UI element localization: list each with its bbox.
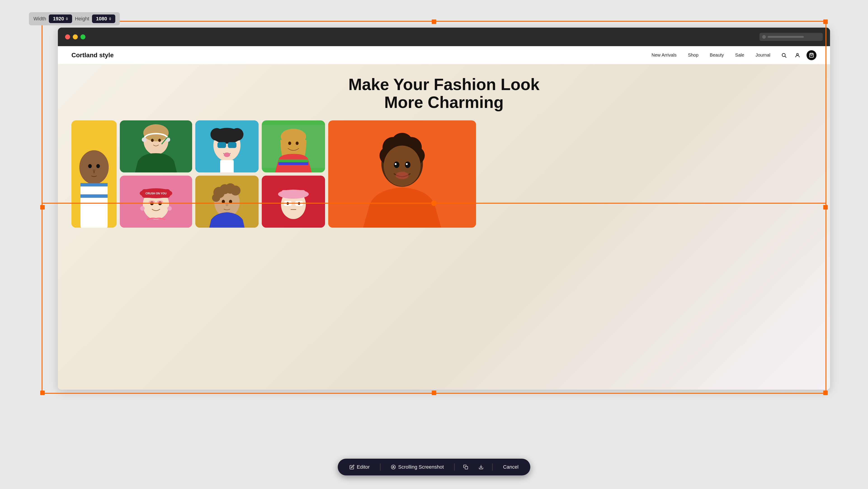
editor-button[interactable]: Editor	[346, 462, 373, 472]
svg-point-82	[406, 163, 408, 165]
copy-button[interactable]	[461, 463, 470, 471]
svg-point-26	[213, 128, 241, 144]
nav-link-new-arrivals[interactable]: New Arrivals	[651, 53, 677, 58]
editor-icon	[349, 465, 354, 469]
browser-window: Cortland style New Arrivals Shop Beauty …	[58, 28, 830, 390]
svg-rect-37	[278, 160, 308, 162]
svg-point-48	[149, 200, 155, 203]
svg-rect-8	[81, 189, 107, 192]
svg-point-68	[298, 202, 300, 205]
minimize-button[interactable]	[73, 34, 78, 39]
nav-link-sale[interactable]: Sale	[735, 53, 744, 58]
svg-point-16	[151, 139, 154, 142]
website-content: Cortland style New Arrivals Shop Beauty …	[58, 46, 830, 390]
height-down-arrow[interactable]	[109, 19, 111, 20]
traffic-lights	[65, 34, 86, 39]
height-input[interactable]: 1080	[92, 15, 115, 23]
selection-center-dot[interactable]	[431, 200, 437, 206]
svg-rect-38	[278, 162, 308, 165]
bottom-toolbar: Editor Scrolling Screenshot Cancel	[338, 459, 530, 476]
search-button[interactable]	[779, 51, 788, 60]
close-button[interactable]	[65, 34, 70, 39]
svg-point-45	[167, 206, 172, 211]
svg-point-11	[88, 164, 92, 168]
hero-title: Make Your Fashion Look More Charming	[71, 76, 816, 111]
address-bar[interactable]	[760, 33, 823, 41]
nav-icons	[779, 50, 816, 60]
svg-point-81	[395, 163, 397, 165]
svg-point-56	[212, 194, 220, 202]
download-icon	[478, 465, 484, 469]
cart-button[interactable]	[807, 50, 816, 60]
nav-link-shop[interactable]: Shop	[688, 53, 699, 58]
svg-point-36	[296, 142, 299, 145]
navigation: Cortland style New Arrivals Shop Beauty …	[58, 46, 830, 64]
svg-point-80	[405, 162, 410, 168]
site-logo[interactable]: Cortland style	[71, 52, 114, 59]
svg-point-49	[157, 200, 163, 203]
toolbar-divider-1	[380, 463, 381, 471]
photo-card-blue-sunglasses	[195, 120, 258, 172]
svg-point-58	[229, 200, 232, 203]
svg-rect-27	[217, 142, 226, 148]
photo-card-crush: CRUSH ON YOU	[120, 176, 192, 228]
toolbar-divider-2	[454, 463, 455, 471]
photo-grid: CRUSH ON YOU	[71, 120, 816, 228]
photo-card-yellow-man	[71, 120, 117, 228]
svg-point-2	[797, 53, 798, 55]
svg-point-18	[142, 137, 146, 142]
svg-line-1	[785, 56, 786, 57]
handle-top-center[interactable]	[432, 20, 436, 24]
svg-point-77	[383, 146, 421, 186]
svg-point-44	[140, 206, 145, 211]
photo-card-orange-woman	[328, 120, 476, 228]
width-arrows[interactable]	[66, 17, 68, 20]
hero-section: Make Your Fashion Look More Charming	[58, 64, 830, 390]
height-arrows[interactable]	[109, 17, 111, 20]
svg-rect-7	[81, 183, 107, 186]
photo-card-red-pink-hat	[262, 176, 325, 228]
editor-label: Editor	[357, 464, 370, 470]
svg-point-5	[79, 150, 109, 184]
account-button[interactable]	[793, 51, 802, 60]
svg-rect-9	[81, 194, 107, 198]
svg-point-12	[96, 164, 100, 168]
nav-link-beauty[interactable]: Beauty	[710, 53, 724, 58]
url-text	[768, 36, 804, 38]
dimension-controls: Width 1920 Height 1080	[29, 12, 120, 25]
handle-bottom-center[interactable]	[432, 391, 436, 395]
scrolling-label: Scrolling Screenshot	[398, 464, 444, 470]
download-button[interactable]	[477, 463, 485, 471]
svg-rect-31	[220, 160, 234, 172]
scrolling-screenshot-button[interactable]: Scrolling Screenshot	[388, 462, 447, 472]
height-up-arrow[interactable]	[109, 17, 111, 19]
svg-point-78	[396, 172, 408, 179]
svg-rect-63	[282, 190, 305, 197]
width-input[interactable]: 1920	[49, 15, 72, 23]
handle-bottom-left[interactable]	[40, 391, 45, 395]
photo-card-green-smile	[262, 120, 325, 172]
scrolling-icon	[391, 465, 396, 469]
width-up-arrow[interactable]	[66, 17, 68, 19]
svg-point-79	[394, 162, 399, 168]
svg-point-17	[158, 139, 161, 142]
toolbar-divider-3	[492, 463, 493, 471]
height-label: Height	[75, 16, 89, 22]
svg-point-59	[225, 204, 228, 206]
handle-middle-left[interactable]	[40, 205, 45, 209]
svg-point-57	[222, 200, 225, 203]
handle-top-right[interactable]	[823, 20, 828, 24]
copy-icon	[463, 465, 468, 469]
browser-chrome	[58, 28, 830, 46]
svg-point-55	[230, 185, 241, 196]
maximize-button[interactable]	[81, 34, 86, 39]
cancel-button[interactable]: Cancel	[499, 462, 522, 472]
svg-text:CRUSH ON YOU: CRUSH ON YOU	[145, 192, 166, 195]
width-down-arrow[interactable]	[66, 19, 68, 20]
svg-point-30	[224, 152, 230, 157]
handle-bottom-right[interactable]	[823, 391, 828, 395]
photo-card-gold-curly	[195, 176, 258, 228]
svg-point-67	[287, 202, 289, 205]
nav-link-journal[interactable]: Journal	[755, 53, 770, 58]
svg-rect-28	[228, 142, 237, 148]
